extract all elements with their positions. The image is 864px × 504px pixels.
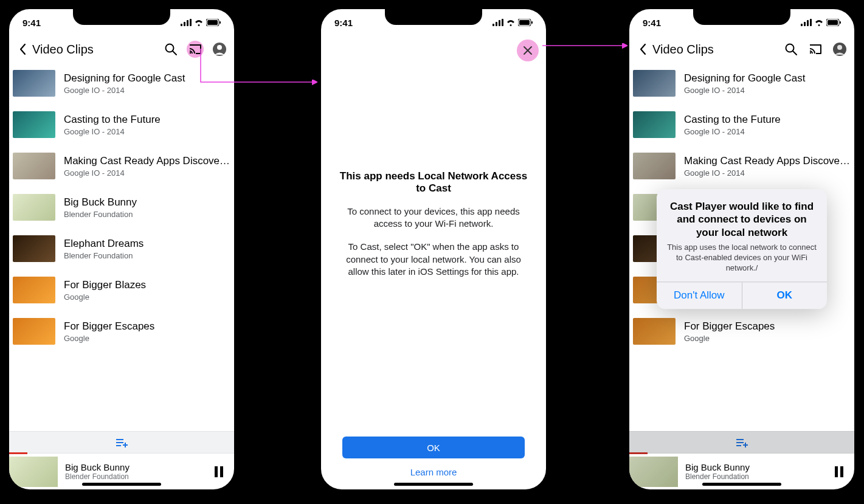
flow-arrow bbox=[0, 0, 864, 504]
